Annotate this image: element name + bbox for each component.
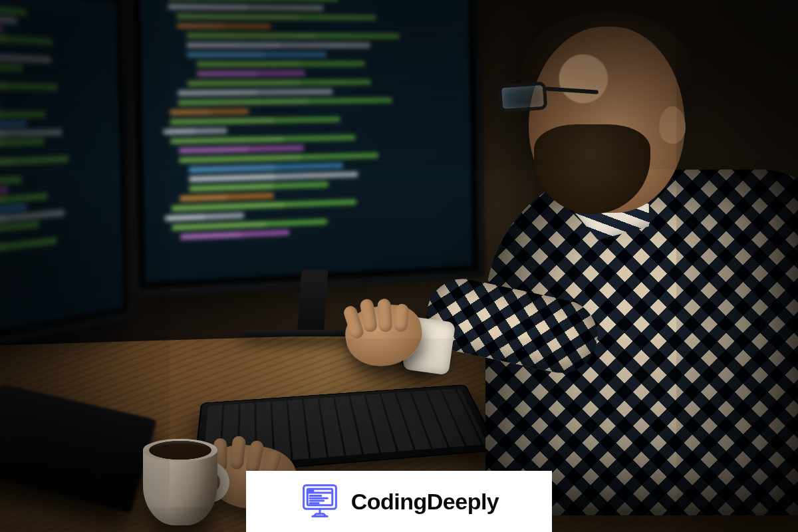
code-on-screen — [0, 0, 120, 337]
monitor-stand-neck — [297, 269, 329, 336]
brand-logo-icon — [299, 481, 340, 522]
watermark-card: CodingDeeply — [246, 471, 552, 532]
coffee-mug — [130, 439, 229, 532]
svg-point-3 — [309, 490, 311, 491]
glasses — [499, 83, 579, 114]
photo-scene: CodingDeeply — [0, 0, 798, 532]
person — [399, 3, 798, 522]
ear — [659, 106, 686, 144]
brand-name: CodingDeeply — [351, 489, 499, 515]
glasses-lens — [498, 82, 548, 113]
svg-point-4 — [311, 490, 313, 491]
monitor-left — [0, 0, 128, 356]
monitor-left-screen — [0, 0, 124, 349]
